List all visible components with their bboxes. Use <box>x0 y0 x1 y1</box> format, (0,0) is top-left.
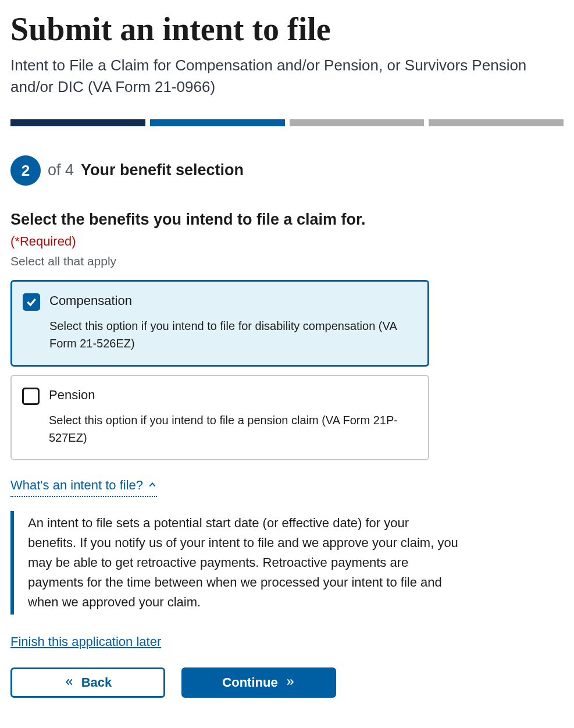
step-number-badge: 2 <box>10 155 41 186</box>
back-button-label: Back <box>81 675 112 690</box>
disclosure-toggle[interactable]: What's an intent to file? <box>10 477 157 497</box>
continue-button[interactable]: Continue <box>181 667 336 698</box>
step-header: 2 of 4 Your benefit selection <box>10 155 564 186</box>
step-title: Your benefit selection <box>81 159 244 182</box>
fieldset-legend: Select the benefits you intend to file a… <box>10 209 429 251</box>
page-title: Submit an intent to file <box>10 12 564 48</box>
checkbox-compensation[interactable] <box>23 293 40 311</box>
progress-segment-4 <box>429 119 564 126</box>
option-compensation[interactable]: Compensation Select this option if you i… <box>10 280 429 367</box>
progress-segment-1 <box>10 119 145 126</box>
chevrons-left-icon <box>64 675 74 690</box>
required-label: (*Required) <box>10 234 76 248</box>
option-description: Select this option if you intend to file… <box>49 411 418 446</box>
progress-segment-3 <box>290 119 425 126</box>
option-pension[interactable]: Pension Select this option if you intend… <box>10 375 429 460</box>
checkbox-pension[interactable] <box>22 388 40 405</box>
nav-row: Back Continue <box>10 667 564 698</box>
checkmark-icon <box>26 296 37 308</box>
chevron-up-icon <box>148 477 157 495</box>
option-description: Select this option if you intend to file… <box>49 317 417 352</box>
step-of-label: of 4 <box>48 159 74 182</box>
option-title: Pension <box>49 386 418 404</box>
progress-bar <box>10 119 564 126</box>
back-button[interactable]: Back <box>10 667 165 698</box>
legend-text: Select the benefits you intend to file a… <box>10 211 366 228</box>
fieldset-hint: Select all that apply <box>10 253 564 269</box>
disclosure-body: An intent to file sets a potential start… <box>10 511 464 615</box>
chevrons-right-icon <box>285 675 295 690</box>
disclosure-label: What's an intent to file? <box>10 477 143 495</box>
progress-segment-2 <box>150 119 285 126</box>
continue-button-label: Continue <box>222 675 277 690</box>
finish-later-link[interactable]: Finish this application later <box>10 633 161 651</box>
disclosure: What's an intent to file? An intent to f… <box>10 477 464 615</box>
page-subtitle: Intent to File a Claim for Compensation … <box>10 55 564 98</box>
option-title: Compensation <box>49 292 417 310</box>
